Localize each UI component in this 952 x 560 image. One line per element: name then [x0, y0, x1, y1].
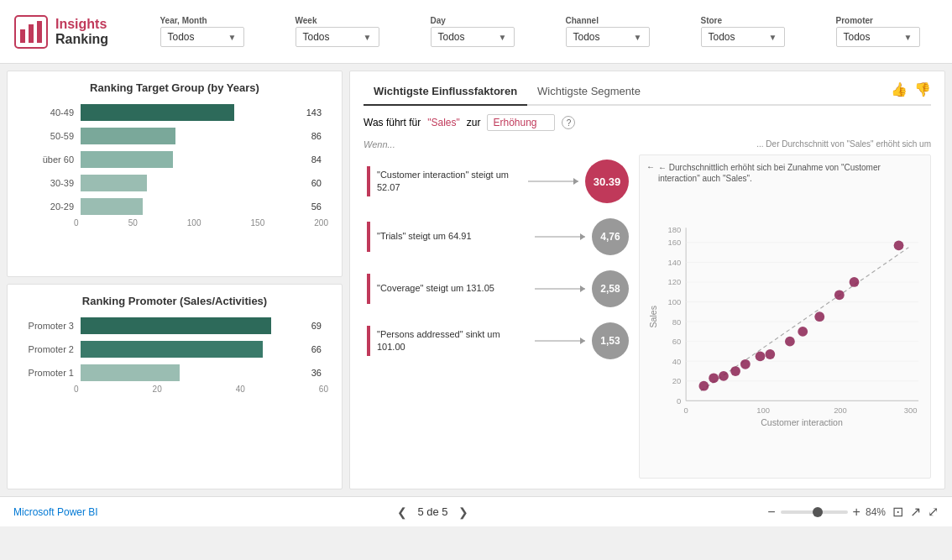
- axis-label: 0: [74, 385, 79, 394]
- svg-text:0: 0: [684, 406, 688, 415]
- svg-point-43: [894, 240, 904, 250]
- svg-point-42: [850, 277, 860, 287]
- filter-group-3: Channel Todos ▼: [566, 16, 650, 47]
- next-page-button[interactable]: ❯: [458, 505, 468, 519]
- footer: Microsoft Power BI ❮ 5 de 5 ❯ − + 84% ⊡ …: [0, 496, 952, 526]
- erholung-select[interactable]: Erhöhung: [487, 114, 555, 131]
- filter-label-0: Year, Month: [160, 16, 244, 25]
- factor-item: "Customer interaction" steigt um 52.07 3…: [364, 154, 632, 208]
- filter-select-1[interactable]: Todos ▼: [296, 27, 379, 47]
- filter-select-4[interactable]: Todos ▼: [701, 27, 785, 47]
- filter-select-2[interactable]: Todos ▼: [431, 27, 515, 47]
- svg-point-36: [756, 351, 766, 361]
- chevron-icon-5: ▼: [904, 33, 913, 42]
- filter-row: Was führt für "Sales" zur Erhöhung ?: [364, 114, 931, 131]
- tab-einflussfaktoren[interactable]: Wichtigste Einflussfaktoren: [364, 81, 527, 106]
- page-info: 5 de 5: [417, 505, 447, 518]
- logo-text: Insights Ranking: [55, 17, 108, 47]
- factor-bar-accent: [367, 222, 370, 252]
- bar-row: 30-39 60: [28, 175, 322, 191]
- bar-value: 60: [311, 178, 322, 188]
- target-group-chart: Ranking Target Group (by Years) 40-49 14…: [7, 71, 343, 277]
- svg-text:60: 60: [672, 337, 681, 346]
- filter-value-2: Todos: [438, 31, 465, 43]
- axis-label: 40: [236, 385, 245, 394]
- bar-label: 30-39: [28, 178, 74, 188]
- factor-value-circle: 4,76: [592, 218, 629, 255]
- bar-label: Promoter 2: [28, 344, 74, 354]
- bar-row: über 60 84: [28, 151, 322, 168]
- thumb-icons: 👍 👎: [891, 81, 931, 97]
- svg-text:140: 140: [668, 258, 682, 267]
- svg-text:200: 200: [834, 406, 847, 415]
- bar-row: Promoter 1 36: [28, 364, 322, 381]
- bar: [81, 128, 175, 144]
- factor-value-circle: 1,53: [592, 322, 629, 359]
- filter-select-0[interactable]: Todos ▼: [160, 27, 244, 47]
- tabs: Wichtigste Einflussfaktoren Wichtigste S…: [364, 81, 931, 106]
- factor-text: "Trials" steigt um 64.91: [377, 230, 528, 243]
- help-icon[interactable]: ?: [562, 116, 575, 129]
- filter-select-5[interactable]: Todos ▼: [836, 27, 920, 47]
- filter-select-3[interactable]: Todos ▼: [566, 27, 650, 47]
- zoom-slider[interactable]: [781, 510, 848, 514]
- prev-page-button[interactable]: ❮: [397, 505, 407, 519]
- svg-text:Sales: Sales: [648, 306, 658, 328]
- axis-label: 150: [251, 218, 265, 228]
- filter-group-2: Day Todos ▼: [431, 16, 515, 47]
- bar-label: über 60: [28, 154, 74, 165]
- share-icon[interactable]: ↗: [910, 504, 921, 520]
- filter-group-0: Year, Month Todos ▼: [160, 16, 244, 47]
- factor-bar-accent: [367, 274, 370, 304]
- svg-rect-1: [20, 29, 25, 43]
- main-content: Ranking Target Group (by Years) 40-49 14…: [0, 64, 952, 496]
- filter-value-5: Todos: [844, 31, 871, 43]
- zoom-out-button[interactable]: −: [767, 505, 775, 519]
- svg-point-41: [834, 290, 845, 300]
- pagination: ❮ 5 de 5 ❯: [397, 505, 468, 519]
- svg-point-37: [765, 349, 775, 359]
- svg-text:0: 0: [677, 396, 681, 406]
- bar-value: 66: [311, 344, 322, 354]
- fit-screen-icon[interactable]: ⊡: [892, 504, 903, 520]
- chart2-title: Ranking Promoter (Sales/Activities): [21, 295, 328, 307]
- bar: [81, 364, 180, 381]
- factor-bar-accent: [367, 166, 370, 196]
- svg-rect-2: [29, 24, 34, 43]
- factor-bar-accent: [367, 326, 370, 356]
- thumbdown-icon[interactable]: 👎: [914, 81, 931, 97]
- bar-label: Promoter 1: [28, 368, 74, 378]
- bar-row: 20-29 56: [28, 198, 322, 215]
- scatter-note: ← ← Durchschnittlich erhöht sich bei Zun…: [646, 162, 923, 184]
- filter-value-3: Todos: [573, 31, 600, 43]
- factor-item: "Coverage" steigt um 131.05 2,58: [364, 265, 632, 312]
- filter-value-4: Todos: [709, 31, 735, 43]
- power-bi-link[interactable]: Microsoft Power BI: [13, 506, 98, 518]
- bar: [81, 317, 271, 334]
- chart1-title: Ranking Target Group (by Years): [21, 81, 328, 94]
- chart2-bars: Promoter 3 69 Promoter 2 66 Promoter 1 3…: [21, 317, 328, 381]
- scatter-area: ← ← Durchschnittlich erhöht sich bei Zun…: [639, 154, 931, 479]
- zoom-in-button[interactable]: +: [853, 505, 860, 519]
- right-panel: Wichtigste Einflussfaktoren Wichtigste S…: [349, 71, 945, 489]
- chevron-icon-2: ▼: [499, 33, 507, 42]
- filter-groups: Year, Month Todos ▼ Week Todos ▼ Day Tod…: [141, 16, 939, 47]
- chevron-icon-0: ▼: [228, 33, 237, 42]
- left-panel: Ranking Target Group (by Years) 40-49 14…: [7, 71, 343, 489]
- filter-group-4: Store Todos ▼: [701, 16, 785, 47]
- tab-segmente[interactable]: Wichtigste Segmente: [527, 81, 651, 106]
- promoter-chart: Ranking Promoter (Sales/Activities) Prom…: [7, 284, 343, 490]
- bar-value: 86: [311, 131, 322, 141]
- svg-text:Customer interaction: Customer interaction: [761, 417, 843, 427]
- bar-container: [81, 175, 301, 191]
- svg-text:100: 100: [756, 406, 770, 415]
- filter-prefix: Was führt für: [364, 117, 421, 128]
- thumbup-icon[interactable]: 👍: [891, 81, 908, 97]
- filter-label-2: Day: [431, 16, 515, 25]
- fullscreen-icon[interactable]: ⤢: [928, 504, 939, 520]
- zoom-level: 84%: [866, 506, 886, 518]
- chart2-axis: 0204060: [21, 385, 328, 394]
- filter-group-1: Week Todos ▼: [296, 16, 379, 47]
- filter-group-5: Promoter Todos ▼: [836, 16, 920, 47]
- factors-col: "Customer interaction" steigt um 52.07 3…: [364, 154, 632, 479]
